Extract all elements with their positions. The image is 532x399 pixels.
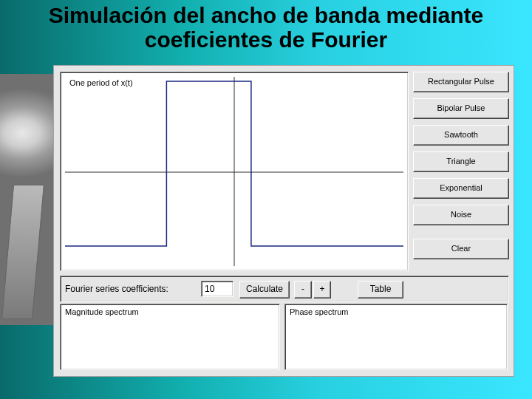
magnitude-spectrum-plot: Magnitude spectrum <box>60 304 280 370</box>
coefficients-label: Fourier series coefficients: <box>65 284 168 300</box>
fourier-app-window: One period of x(t) Rectangular Pulse Bip… <box>53 65 514 377</box>
waveform-svg <box>61 72 408 270</box>
waveform-plot: One period of x(t) <box>60 72 409 271</box>
rectangular-pulse-button[interactable]: Rectangular Pulse <box>413 72 509 92</box>
coefficients-row: Fourier series coefficients: Calculate -… <box>60 276 509 302</box>
clear-button[interactable]: Clear <box>413 239 509 259</box>
exponential-button[interactable]: Exponential <box>413 178 509 199</box>
table-button[interactable]: Table <box>358 281 403 299</box>
spectra-group: Magnitude spectrum Phase spectrum <box>60 304 508 370</box>
bipolar-pulse-button[interactable]: Bipolar Pulse <box>413 98 509 119</box>
page-title: Simulación del ancho de banda mediante c… <box>0 3 532 52</box>
sawtooth-button[interactable]: Sawtooth <box>413 125 509 146</box>
waveform-plot-label: One period of x(t) <box>69 78 133 87</box>
triangle-button[interactable]: Triangle <box>413 151 509 172</box>
coefficients-plus-button[interactable]: + <box>313 281 331 299</box>
calculate-button[interactable]: Calculate <box>239 281 290 299</box>
phase-spectrum-label: Phase spectrum <box>290 307 348 316</box>
waveform-button-panel: Rectangular Pulse Bipolar Pulse Sawtooth… <box>413 72 508 265</box>
coefficients-input[interactable] <box>201 281 233 297</box>
noise-button[interactable]: Noise <box>413 205 509 225</box>
coefficients-minus-button[interactable]: - <box>294 281 312 299</box>
phase-spectrum-plot: Phase spectrum <box>284 304 508 370</box>
magnitude-spectrum-label: Magnitude spectrum <box>65 307 139 316</box>
slide-stage: Simulación del ancho de banda mediante c… <box>0 0 532 399</box>
